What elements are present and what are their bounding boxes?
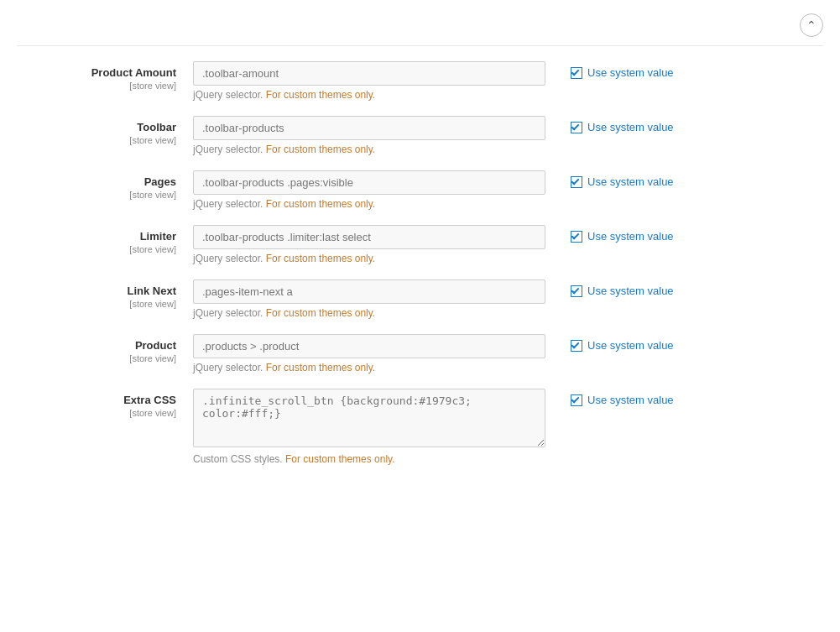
- form-row-product: Product[store view]jQuery selector. For …: [17, 334, 823, 373]
- label-col-extra-css: Extra CSS[store view]: [25, 389, 193, 418]
- system-col-toolbar: Use system value: [545, 116, 674, 133]
- input-link-next[interactable]: [193, 279, 545, 304]
- field-sublabel-limiter: [store view]: [25, 244, 176, 254]
- field-sublabel-extra-css: [store view]: [25, 408, 176, 418]
- form-row-toolbar: Toolbar[store view]jQuery selector. For …: [17, 116, 823, 155]
- hint-link-product-amount: For custom themes only.: [266, 89, 376, 101]
- hint-toolbar: jQuery selector. For custom themes only.: [193, 144, 545, 155]
- label-col-product: Product[store view]: [25, 334, 193, 363]
- hint-limiter: jQuery selector. For custom themes only.: [193, 253, 545, 264]
- form-row-link-next: Link Next[store view]jQuery selector. Fo…: [17, 279, 823, 319]
- hint-link-limiter: For custom themes only.: [266, 253, 376, 264]
- label-col-pages: Pages[store view]: [25, 170, 193, 200]
- field-label-toolbar: Toolbar: [25, 121, 176, 133]
- system-label-toolbar[interactable]: Use system value: [587, 121, 674, 133]
- form-row-product-amount: Product Amount[store view]jQuery selecto…: [17, 61, 823, 101]
- form-row-limiter: Limiter[store view]jQuery selector. For …: [17, 225, 823, 264]
- section-header: ⌃: [17, 13, 823, 46]
- system-checkbox-visual-limiter[interactable]: [571, 231, 582, 243]
- system-checkbox-visual-link-next[interactable]: [571, 285, 582, 297]
- field-label-product-amount: Product Amount: [25, 66, 176, 79]
- field-sublabel-product-amount: [store view]: [25, 81, 176, 91]
- system-col-product: Use system value: [545, 334, 674, 352]
- label-col-limiter: Limiter[store view]: [25, 225, 193, 254]
- system-col-limiter: Use system value: [545, 225, 674, 243]
- system-col-link-next: Use system value: [545, 279, 674, 297]
- label-col-link-next: Link Next[store view]: [25, 279, 193, 309]
- hint-pages: jQuery selector. For custom themes only.: [193, 198, 545, 210]
- form-row-pages: Pages[store view]jQuery selector. For cu…: [17, 170, 823, 210]
- input-extra-css[interactable]: [193, 389, 545, 447]
- field-label-extra-css: Extra CSS: [25, 394, 176, 406]
- field-label-limiter: Limiter: [25, 230, 176, 243]
- system-label-product-amount[interactable]: Use system value: [587, 66, 674, 79]
- hint-product: jQuery selector. For custom themes only.: [193, 362, 545, 373]
- hint-extra-css: Custom CSS styles. For custom themes onl…: [193, 453, 545, 465]
- form-row-extra-css: Extra CSS[store view]Custom CSS styles. …: [17, 389, 823, 465]
- hint-link-toolbar: For custom themes only.: [266, 144, 376, 155]
- system-label-limiter[interactable]: Use system value: [587, 230, 674, 243]
- input-product-amount[interactable]: [193, 61, 545, 86]
- field-sublabel-toolbar: [store view]: [25, 135, 176, 145]
- hint-link-pages: For custom themes only.: [266, 198, 376, 210]
- system-checkbox-visual-product[interactable]: [571, 340, 582, 352]
- field-sublabel-pages: [store view]: [25, 190, 176, 200]
- field-label-product: Product: [25, 339, 176, 352]
- input-toolbar[interactable]: [193, 116, 545, 140]
- system-col-pages: Use system value: [545, 170, 674, 188]
- label-col-product-amount: Product Amount[store view]: [25, 61, 193, 91]
- system-label-link-next[interactable]: Use system value: [587, 285, 674, 297]
- chevron-up-icon: ⌃: [806, 18, 817, 32]
- collapse-button[interactable]: ⌃: [800, 13, 823, 37]
- input-pages[interactable]: [193, 170, 545, 195]
- hint-link-product: For custom themes only.: [266, 362, 376, 373]
- system-checkbox-visual-product-amount[interactable]: [571, 67, 582, 79]
- input-col-toolbar: jQuery selector. For custom themes only.: [193, 116, 545, 155]
- field-label-pages: Pages: [25, 175, 176, 188]
- hint-product-amount: jQuery selector. For custom themes only.: [193, 89, 545, 101]
- system-col-product-amount: Use system value: [545, 61, 674, 79]
- label-col-toolbar: Toolbar[store view]: [25, 116, 193, 145]
- system-checkbox-visual-toolbar[interactable]: [571, 122, 582, 133]
- system-label-pages[interactable]: Use system value: [587, 175, 674, 188]
- page-container: ⌃ Product Amount[store view]jQuery selec…: [0, 0, 840, 632]
- input-col-link-next: jQuery selector. For custom themes only.: [193, 279, 545, 319]
- hint-link-next: jQuery selector. For custom themes only.: [193, 307, 545, 319]
- system-label-product[interactable]: Use system value: [587, 339, 674, 352]
- field-label-link-next: Link Next: [25, 285, 176, 297]
- field-sublabel-link-next: [store view]: [25, 299, 176, 309]
- input-col-product: jQuery selector. For custom themes only.: [193, 334, 545, 373]
- system-col-extra-css: Use system value: [545, 389, 674, 406]
- field-sublabel-product: [store view]: [25, 353, 176, 363]
- input-col-pages: jQuery selector. For custom themes only.: [193, 170, 545, 210]
- hint-link-link-next: For custom themes only.: [266, 307, 376, 319]
- input-product[interactable]: [193, 334, 545, 358]
- system-label-extra-css[interactable]: Use system value: [587, 394, 674, 406]
- input-col-extra-css: Custom CSS styles. For custom themes onl…: [193, 389, 545, 465]
- input-limiter[interactable]: [193, 225, 545, 249]
- input-col-product-amount: jQuery selector. For custom themes only.: [193, 61, 545, 101]
- system-checkbox-visual-pages[interactable]: [571, 176, 582, 188]
- form-section: Product Amount[store view]jQuery selecto…: [17, 53, 823, 488]
- system-checkbox-visual-extra-css[interactable]: [571, 394, 582, 406]
- hint-link-extra-css: For custom themes only.: [285, 453, 395, 465]
- input-col-limiter: jQuery selector. For custom themes only.: [193, 225, 545, 264]
